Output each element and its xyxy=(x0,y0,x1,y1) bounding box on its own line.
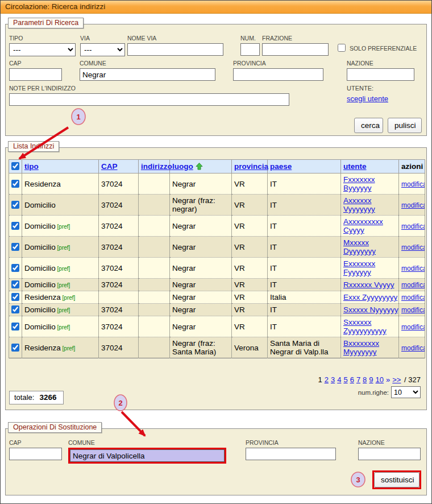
indirizzo-value xyxy=(139,316,170,337)
row-checkbox[interactable] xyxy=(11,264,19,272)
table-header-row: tipoCAPindirizzoluogoprovinciapaeseutent… xyxy=(9,160,425,173)
modifica-link[interactable]: modifica xyxy=(401,265,425,272)
page-title: Circolazione: Ricerca indirizzi xyxy=(1,1,431,14)
utente-link[interactable]: SxxxxxxZyyyyyyyyyy xyxy=(343,318,396,335)
modifica-link[interactable]: modifica xyxy=(401,201,425,209)
row-checkbox[interactable] xyxy=(11,201,19,209)
modifica-link[interactable]: modifica xyxy=(401,222,425,230)
pulisci-button[interactable]: pulisci xyxy=(388,118,422,133)
pagination-page-link[interactable]: 10 xyxy=(376,375,384,384)
modifica-link[interactable]: modifica xyxy=(401,243,425,251)
utente-link[interactable]: Exxx Zyyyyyyyy xyxy=(343,293,396,301)
solo-preferenziale-checkbox[interactable] xyxy=(338,44,346,52)
sort-column-indirizzo[interactable]: indirizzo xyxy=(141,162,172,171)
table-row: Domicilio [pref]37024NegrarVRITMxxxxxDyy… xyxy=(9,237,425,258)
indirizzo-value xyxy=(139,258,170,279)
cerca-button[interactable]: cerca xyxy=(354,118,383,133)
table-row: Domicilio [pref]37024NegrarVRITRxxxxxx V… xyxy=(9,279,425,291)
via-select[interactable]: --- xyxy=(80,43,125,56)
frazione-input[interactable] xyxy=(262,43,329,56)
sort-column-paese[interactable]: paese xyxy=(270,162,292,171)
nazione-input[interactable] xyxy=(347,68,414,81)
indirizzo-value xyxy=(139,279,170,291)
nome-via-input[interactable] xyxy=(127,43,223,56)
comune-input[interactable] xyxy=(80,68,215,81)
replace-provincia-input[interactable] xyxy=(246,448,336,460)
pagination-current-page: 1 xyxy=(318,375,322,384)
utente-link[interactable]: Rxxxxxx Vyyyy xyxy=(343,280,396,289)
tipo-value: Domicilio xyxy=(24,201,56,209)
utente-link[interactable]: BxxxxxxxxMyyyyyyy xyxy=(343,339,396,356)
utente-link[interactable]: FxxxxxxxByyyyyy xyxy=(343,175,396,192)
luogo-value: Negrar (fraz: negrar) xyxy=(170,195,232,216)
tipo-value: Residenza xyxy=(24,180,61,188)
utente-link[interactable]: ExxxxxxxFyyyyyy xyxy=(343,259,396,276)
frazione-label: FRAZIONE xyxy=(262,35,329,42)
pagination-page-link[interactable]: 9 xyxy=(369,375,373,384)
tipo-select[interactable]: --- xyxy=(9,43,76,56)
tipo-value: Domicilio xyxy=(24,243,56,251)
pagination-page-link[interactable]: 5 xyxy=(343,375,347,384)
sort-column-tipo[interactable]: tipo xyxy=(24,162,39,171)
tipo-value: Domicilio xyxy=(24,264,56,272)
row-checkbox[interactable] xyxy=(11,280,19,288)
utente-link[interactable]: Sxxxxx Nyyyyyyy xyxy=(343,305,396,314)
cap-input[interactable] xyxy=(9,68,62,81)
num-righe-select[interactable]: 10 xyxy=(391,386,421,398)
modifica-link[interactable]: modifica xyxy=(401,281,425,289)
pagination-page-link[interactable]: 7 xyxy=(356,375,360,384)
cap-value: 37024 xyxy=(99,237,139,258)
paese-value: IT xyxy=(268,316,341,337)
scegli-utente-link[interactable]: scegli utente xyxy=(347,94,388,103)
pagination-page-link[interactable]: 4 xyxy=(337,375,341,384)
indirizzo-value xyxy=(139,337,170,358)
modifica-link[interactable]: modifica xyxy=(401,323,425,331)
utente-link[interactable]: AxxxxxxxxxCyyyy xyxy=(343,217,396,234)
sort-column-utente[interactable]: utente xyxy=(343,162,367,171)
indirizzo-value xyxy=(139,237,170,258)
select-all-checkbox[interactable] xyxy=(11,162,19,170)
cap-value xyxy=(99,291,139,304)
pagination-page-link[interactable]: 2 xyxy=(325,375,329,384)
utente-link[interactable]: MxxxxxDyyyyyyy xyxy=(343,238,396,255)
pagination: 12345678910»>> / 327 xyxy=(317,375,421,384)
replace-cap-input[interactable] xyxy=(9,448,62,460)
replace-operations-panel: Operazioni Di Sostituzione CAP COMUNE PR… xyxy=(5,428,427,495)
sort-column-luogo[interactable]: luogo xyxy=(172,162,193,171)
row-checkbox[interactable] xyxy=(11,305,19,313)
provincia-value: VR xyxy=(232,279,268,291)
solo-preferenziale-label: SOLO PREFERENZIALE xyxy=(350,45,417,52)
row-checkbox[interactable] xyxy=(11,344,19,352)
pagination-last-link[interactable]: >> xyxy=(392,375,401,384)
note-indirizzo-input[interactable] xyxy=(9,93,289,106)
replace-comune-input[interactable] xyxy=(70,449,225,462)
sostituisci-button[interactable]: sostituisci xyxy=(374,472,419,488)
paese-value: IT xyxy=(268,195,341,216)
pagination-page-link[interactable]: 3 xyxy=(331,375,335,384)
replace-nazione-input[interactable] xyxy=(358,448,421,460)
modifica-link[interactable]: modifica xyxy=(401,344,425,352)
modifica-link[interactable]: modifica xyxy=(401,306,425,314)
row-checkbox[interactable] xyxy=(11,243,19,251)
num-input[interactable] xyxy=(240,43,260,56)
pref-badge: [pref] xyxy=(61,295,76,301)
sort-column-provincia[interactable]: provincia xyxy=(234,162,268,171)
pagination-page-link[interactable]: 8 xyxy=(363,375,367,384)
paese-value: IT xyxy=(268,173,341,195)
tipo-value: Domicilio xyxy=(24,323,56,331)
sort-column-cap[interactable]: CAP xyxy=(101,162,118,171)
modifica-link[interactable]: modifica xyxy=(401,294,425,301)
pagination-total-pages: / 327 xyxy=(402,375,421,384)
row-checkbox[interactable] xyxy=(11,323,19,331)
totale-label: totale: xyxy=(14,393,34,402)
row-checkbox[interactable] xyxy=(11,180,19,188)
utente-link[interactable]: AxxxxxxVyyyyyyy xyxy=(343,196,396,213)
pagination-next-link[interactable]: » xyxy=(386,375,390,384)
row-checkbox[interactable] xyxy=(11,293,19,301)
provincia-input[interactable] xyxy=(233,68,323,81)
modifica-link[interactable]: modifica xyxy=(401,180,425,188)
row-checkbox[interactable] xyxy=(11,222,19,230)
pagination-page-link[interactable]: 6 xyxy=(350,375,354,384)
tipo-value: Residenza xyxy=(24,344,61,352)
paese-value: Santa Maria di Negrar di Valp.lla xyxy=(268,337,341,358)
